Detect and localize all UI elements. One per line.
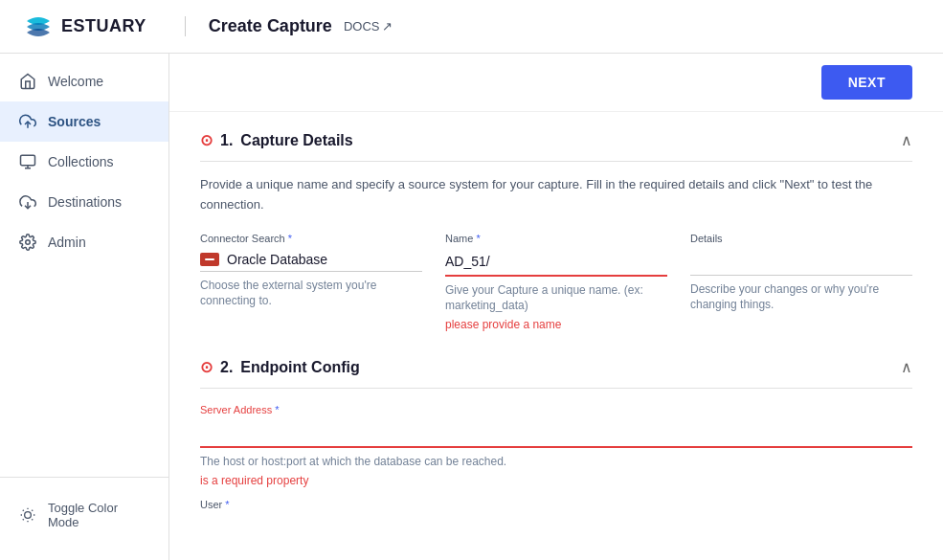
main-layout: Welcome Sources Collections [0, 54, 943, 560]
connector-search-field: Connector Search * Oracle Database Choos… [200, 233, 422, 310]
name-label: Name * [445, 233, 667, 244]
sidebar-destinations-label: Destinations [48, 194, 122, 210]
name-label-text: Name [445, 233, 473, 244]
create-capture-title: Create Capture [209, 16, 332, 36]
warning-icon-1: ⊙ [200, 131, 213, 149]
connector-label: Connector Search * [200, 233, 422, 244]
docs-label: DOCS [344, 19, 380, 34]
app-header: ESTUARY Create Capture DOCS ↗ [0, 0, 943, 54]
next-button[interactable]: NEXT [821, 65, 912, 100]
sidebar-item-collections[interactable]: Collections [0, 142, 168, 182]
endpoint-config-header: ⊙ 2. Endpoint Config ∧ [200, 358, 912, 389]
svg-point-6 [25, 512, 32, 519]
sun-icon [19, 506, 36, 524]
destinations-icon [19, 193, 36, 211]
sidebar-sources-label: Sources [48, 114, 101, 129]
server-label-text: Server Address [200, 404, 272, 415]
logo-text: ESTUARY [61, 16, 146, 36]
section-1-label: Capture Details [240, 132, 352, 149]
section-1-number: 1. [220, 132, 233, 149]
capture-details-title: ⊙ 1. Capture Details [200, 131, 353, 149]
endpoint-config-title: ⊙ 2. Endpoint Config [200, 358, 360, 376]
capture-name-input[interactable] [445, 248, 667, 277]
capture-details-header: ⊙ 1. Capture Details ∧ [200, 131, 912, 162]
sidebar-item-welcome[interactable]: Welcome [0, 61, 168, 101]
admin-icon [19, 234, 36, 251]
name-error: please provide a name [445, 318, 667, 331]
svg-line-9 [23, 510, 24, 511]
sidebar-admin-label: Admin [48, 235, 86, 250]
sidebar: Welcome Sources Collections [0, 54, 169, 560]
svg-line-13 [23, 519, 24, 520]
server-required-star: * [275, 404, 279, 415]
warning-icon-2: ⊙ [200, 358, 213, 376]
svg-rect-1 [21, 155, 35, 166]
logo-icon [23, 11, 54, 42]
user-label: User * [200, 499, 912, 510]
server-label: Server Address * [200, 404, 912, 415]
section-2-label: Endpoint Config [240, 359, 359, 376]
details-hint: Describe your changes or why you're chan… [690, 281, 912, 314]
sidebar-bottom: Toggle Color Mode [0, 477, 168, 552]
capture-name-field: Name * Give your Capture a unique name. … [445, 233, 667, 332]
capture-details-description: Provide a unique name and specify a sour… [200, 175, 912, 215]
docs-link[interactable]: DOCS ↗ [344, 19, 393, 34]
toggle-color-mode-label: Toggle Color Mode [48, 501, 149, 529]
logo: ESTUARY [23, 11, 146, 42]
connector-required-star: * [288, 233, 292, 244]
svg-line-10 [32, 519, 33, 520]
collapse-section-2-button[interactable]: ∧ [901, 358, 912, 376]
oracle-icon [200, 253, 219, 266]
svg-line-14 [32, 510, 33, 511]
page-title: Create Capture DOCS ↗ [185, 16, 393, 36]
user-required-star: * [225, 499, 229, 510]
details-label: Details [690, 233, 912, 244]
capture-details-form-row: Connector Search * Oracle Database Choos… [200, 233, 912, 332]
sidebar-welcome-label: Welcome [48, 74, 103, 89]
home-icon [19, 73, 36, 90]
external-link-icon: ↗ [382, 19, 393, 34]
svg-point-5 [26, 240, 31, 245]
sidebar-item-sources[interactable]: Sources [0, 101, 168, 142]
sidebar-collections-label: Collections [48, 154, 113, 169]
server-address-input[interactable] [200, 419, 912, 448]
user-label-text: User [200, 499, 222, 510]
name-hint: Give your Capture a unique name. (ex: ma… [445, 282, 667, 315]
sidebar-item-admin[interactable]: Admin [0, 222, 168, 262]
connector-label-text: Connector Search [200, 233, 285, 244]
capture-details-section: ⊙ 1. Capture Details ∧ Provide a unique … [200, 131, 912, 331]
connector-search-input-row[interactable]: Oracle Database [200, 248, 422, 272]
section-2-number: 2. [220, 359, 233, 376]
capture-details-field: Details Describe your changes or why you… [690, 233, 912, 314]
server-error: is a required property [200, 474, 912, 487]
server-address-field: Server Address * The host or host:port a… [200, 404, 912, 487]
collections-icon [19, 153, 36, 170]
server-hint: The host or host:port at which the datab… [200, 454, 912, 470]
top-bar: NEXT [169, 54, 943, 112]
sidebar-item-destinations[interactable]: Destinations [0, 182, 168, 222]
capture-details-input[interactable] [690, 248, 912, 276]
toggle-color-mode-button[interactable]: Toggle Color Mode [0, 489, 168, 541]
sources-icon [19, 113, 36, 130]
connector-hint: Choose the external system you're connec… [200, 278, 422, 310]
main-content: NEXT ⊙ 1. Capture Details ∧ Provide a un… [169, 54, 943, 560]
name-required-star: * [476, 233, 480, 244]
collapse-section-1-button[interactable]: ∧ [901, 131, 912, 149]
endpoint-config-section: ⊙ 2. Endpoint Config ∧ Server Address * … [200, 358, 912, 510]
connector-value-text: Oracle Database [227, 252, 327, 267]
